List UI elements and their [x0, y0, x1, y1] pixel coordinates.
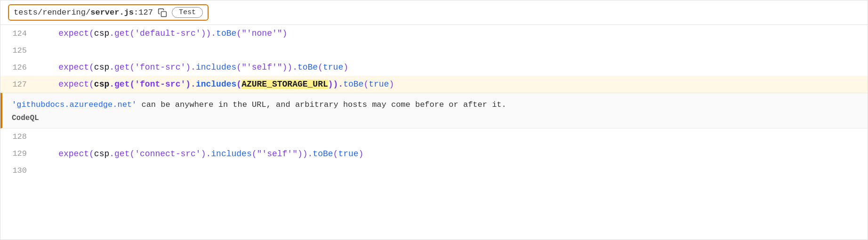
- token: csp: [94, 29, 109, 38]
- token: "'self'": [241, 63, 282, 72]
- line-number-124: 124: [0, 29, 38, 38]
- line-number-126: 126: [0, 63, 38, 72]
- file-path: tests/rendering/server.js:127: [14, 8, 153, 17]
- token-highlighted: csp: [94, 80, 109, 89]
- line-number-125: 125: [0, 46, 38, 55]
- token: "'self'": [257, 149, 297, 159]
- code-line-127: 127 expect(csp.get('font-src').includes(…: [0, 76, 868, 93]
- line-number-130: 130: [0, 166, 38, 175]
- annotation-link: 'githubdocs.azureedge.net': [12, 100, 137, 109]
- token: (: [236, 29, 241, 38]
- annotation-message: can be anywhere in the URL, and arbitrar…: [137, 100, 506, 109]
- token: (: [236, 63, 241, 72]
- token: )).: [282, 63, 297, 72]
- line-number-127: 127: [0, 80, 38, 89]
- code-line-129: 129 expect(csp.get('connect-src').includ…: [0, 145, 868, 162]
- annotation-block: 'githubdocs.azureedge.net' can be anywhe…: [0, 93, 868, 128]
- token: (: [318, 63, 323, 72]
- line-number: 127: [138, 8, 153, 17]
- token: includes: [211, 149, 251, 159]
- token: includes: [196, 80, 236, 89]
- line-number-129: 129: [0, 149, 38, 158]
- token: ).: [185, 63, 196, 72]
- token: true: [369, 80, 389, 89]
- token: true: [338, 149, 358, 159]
- header-bar: tests/rendering/server.js:127 Test: [0, 0, 868, 25]
- code-line-125: 125: [0, 42, 868, 59]
- code-content-124: expect(csp.get('default-src')).toBe("'no…: [38, 29, 868, 38]
- token: (: [363, 80, 369, 89]
- file-name: server.js: [90, 8, 134, 17]
- token: ).: [185, 80, 196, 89]
- token: ): [282, 29, 288, 38]
- main-container: tests/rendering/server.js:127 Test 124 e…: [0, 0, 868, 240]
- line-number-128: 128: [0, 132, 38, 141]
- code-area: 124 expect(csp.get('default-src')).toBe(…: [0, 25, 868, 240]
- file-path-prefix: tests/rendering/: [14, 8, 90, 17]
- code-content-127: expect(csp.get('font-src').includes(AZUR…: [38, 80, 868, 89]
- code-line-124: 124 expect(csp.get('default-src')).toBe(…: [0, 25, 868, 42]
- token: 'font-src': [135, 63, 185, 72]
- token: (: [333, 149, 338, 159]
- token: toBe: [343, 80, 363, 89]
- token: .get(: [109, 29, 135, 38]
- token: "'none'": [241, 29, 282, 38]
- token: csp: [94, 63, 109, 72]
- token: 'default-src': [135, 29, 201, 38]
- token: (: [252, 149, 257, 159]
- token: ).: [201, 149, 211, 159]
- copy-icon[interactable]: [158, 8, 167, 17]
- token: .get(: [109, 63, 135, 72]
- token: .get(: [109, 149, 135, 159]
- token: 'font-src': [135, 80, 185, 89]
- token: expect(: [38, 63, 94, 72]
- token: csp: [94, 149, 109, 159]
- token: includes: [196, 63, 236, 72]
- token: toBe: [313, 149, 333, 159]
- token: toBe: [216, 29, 236, 38]
- annotation-text: 'githubdocs.azureedge.net' can be anywhe…: [12, 99, 858, 111]
- token: ): [359, 149, 364, 159]
- svg-rect-0: [161, 11, 166, 16]
- code-line-130: 130: [0, 162, 868, 179]
- token: expect(: [38, 80, 94, 89]
- token: )).: [201, 29, 216, 38]
- code-line-128: 128: [0, 128, 868, 145]
- token: )).: [328, 80, 343, 89]
- code-line-126: 126 expect(csp.get('font-src').includes(…: [0, 59, 868, 76]
- token: .get(: [109, 80, 135, 89]
- token: expect(: [38, 149, 94, 159]
- token: ): [389, 80, 394, 89]
- token: )).: [297, 149, 313, 159]
- token: expect(: [38, 29, 94, 38]
- token: 'connect-src': [135, 149, 201, 159]
- code-content-129: expect(csp.get('connect-src').includes("…: [38, 149, 868, 159]
- annotation-label: CodeQL: [12, 114, 858, 122]
- token: true: [323, 63, 343, 72]
- token: ): [343, 63, 348, 72]
- token-azure: AZURE_STORAGE_URL: [241, 80, 328, 89]
- test-button[interactable]: Test: [172, 7, 203, 18]
- code-content-126: expect(csp.get('font-src').includes("'se…: [38, 63, 868, 72]
- token: (: [236, 80, 241, 89]
- file-reference-box: tests/rendering/server.js:127 Test: [8, 4, 209, 21]
- token: toBe: [297, 63, 318, 72]
